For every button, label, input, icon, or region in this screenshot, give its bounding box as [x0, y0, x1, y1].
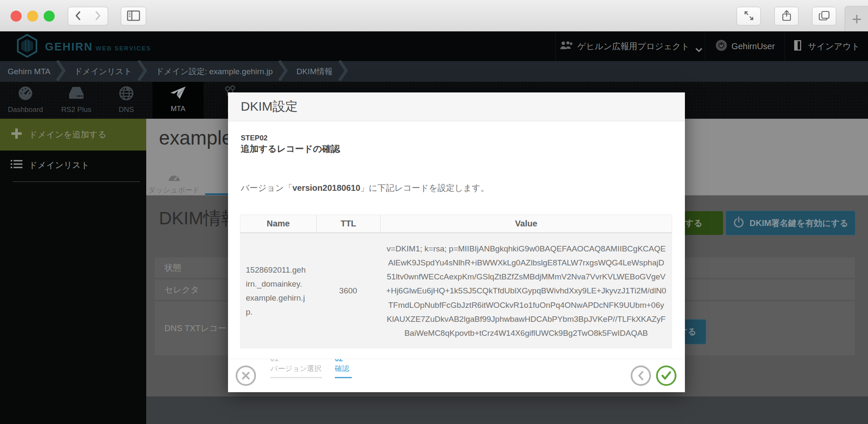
- record-ttl-cell: 3600: [316, 233, 380, 349]
- breadcrumb-item[interactable]: ドメインリスト: [67, 66, 137, 77]
- column-header-ttl: TTL: [317, 215, 381, 232]
- sidebar-panel-icon: [127, 10, 140, 22]
- nav-label: Dashboard: [8, 106, 43, 114]
- hexagon-logo-icon: [16, 33, 38, 60]
- signout-door-icon: [793, 40, 804, 53]
- sidebar-item-add-domain[interactable]: ドメインを追加する: [0, 119, 146, 151]
- breadcrumb: Gehirn MTA ドメインリスト ドメイン設定: example.gehir…: [0, 61, 868, 82]
- nav-item-dashboard[interactable]: Dashboard: [0, 85, 51, 114]
- gauge-icon: [168, 173, 181, 184]
- breadcrumb-item[interactable]: Gehirn MTA: [0, 67, 56, 76]
- share-icon: [782, 10, 792, 23]
- fullscreen-button[interactable]: [737, 7, 761, 25]
- column-header-name: Name: [240, 215, 317, 232]
- breadcrumb-chevron-icon: [278, 60, 289, 83]
- row-label: セレクタ: [164, 284, 199, 296]
- user-badge-icon: [715, 39, 727, 53]
- server-icon: [68, 85, 85, 103]
- row-label: DNS TXTレコード: [164, 323, 235, 334]
- new-tab-button[interactable]: +: [845, 6, 868, 32]
- nav-label: MTA: [171, 105, 186, 113]
- nav-item-mta[interactable]: MTA: [153, 85, 203, 113]
- user-menu[interactable]: GehirnUser: [705, 31, 785, 61]
- fullscreen-arrows-icon: [743, 10, 754, 22]
- brand-name: GEHIRN: [45, 40, 93, 53]
- domain-heading: example: [159, 126, 233, 149]
- record-table-row: 1528692011.gehirn._domainkey.example.geh…: [240, 233, 672, 349]
- chevron-down-icon: [696, 45, 701, 48]
- step-kicker: STEP02: [241, 134, 267, 142]
- modal-title: DKIM設定: [241, 98, 298, 115]
- paper-plane-icon: [170, 85, 186, 103]
- brand-logo[interactable]: GEHIRN WEB SERVICES: [16, 33, 151, 60]
- sidebar-item-label: ドメインを追加する: [29, 129, 106, 140]
- breadcrumb-item-current[interactable]: DKIM情報: [289, 66, 338, 77]
- dkim-settings-modal: DKIM設定 STEP02 追加するレコードの確認 バージョン「version2…: [228, 92, 685, 392]
- wizard-step-2[interactable]: 02 確認: [335, 359, 352, 378]
- list-icon: [10, 159, 23, 171]
- modal-confirm-button[interactable]: [656, 365, 676, 386]
- sidebar-divider: [13, 181, 140, 182]
- modal-close-button[interactable]: [236, 365, 256, 386]
- browser-forward-button[interactable]: [88, 7, 108, 25]
- browser-back-button[interactable]: [68, 7, 88, 25]
- share-button[interactable]: [774, 7, 798, 25]
- breadcrumb-chevron-icon: [338, 60, 349, 83]
- record-name-cell: 1528692011.gehirn._domainkey.example.geh…: [240, 233, 316, 349]
- overlapping-windows-icon: [818, 10, 830, 22]
- step-heading: 追加するレコードの確認: [241, 143, 340, 155]
- record-table: Name TTL Value 1528692011.gehirn._domain…: [240, 215, 672, 349]
- enable-dkim-button[interactable]: DKIM署名鍵を有効にする: [726, 211, 855, 235]
- plus-icon: [11, 128, 22, 141]
- modal-description: バージョン「version20180610」に下記レコードを設定します。: [241, 182, 489, 194]
- plus-icon: +: [852, 10, 862, 29]
- tab-dashboard[interactable]: ダッシュボード: [148, 173, 200, 195]
- tab-overview-button[interactable]: [812, 7, 836, 25]
- sidebar-item-label: ドメインリスト: [29, 159, 89, 171]
- signout-button[interactable]: サインアウト: [785, 31, 868, 61]
- chevron-left-icon: [637, 371, 645, 381]
- sidebar-item-domain-list[interactable]: ドメインリスト: [0, 151, 146, 179]
- screen: + GEHIRN WEB SERVICES: [0, 0, 868, 424]
- row-label: 状態: [164, 262, 181, 273]
- close-icon: [241, 371, 250, 380]
- wizard-step-1[interactable]: 01 バージョン選択: [270, 359, 322, 378]
- breadcrumb-chevron-icon: [56, 60, 67, 83]
- version-name: version20180610: [292, 183, 360, 192]
- chevron-left-icon: [75, 11, 81, 22]
- window-minimize-button[interactable]: [27, 11, 38, 22]
- browser-chrome: +: [0, 0, 868, 32]
- modal-footer: 01 バージョン選択 02 確認: [228, 359, 685, 392]
- page-bottom-band: [146, 396, 868, 424]
- people-icon: [559, 41, 573, 52]
- nav-label: RS2 Plus: [61, 106, 92, 114]
- breadcrumb-item[interactable]: ドメイン設定: example.gehirn.jp: [148, 66, 278, 77]
- window-zoom-button[interactable]: [44, 11, 55, 22]
- wizard-steps: 01 バージョン選択 02 確認: [270, 359, 352, 378]
- nav-item-dns[interactable]: DNS: [101, 85, 152, 114]
- modal-back-button[interactable]: [631, 365, 651, 386]
- nav-item-rs2plus[interactable]: RS2 Plus: [51, 85, 102, 114]
- nav-label: DNS: [119, 106, 134, 114]
- brand-subtitle: WEB SERVICES: [96, 45, 151, 52]
- gauge-icon: [17, 85, 33, 103]
- modal-header: DKIM設定: [228, 92, 685, 121]
- record-value-cell: v=DKIM1; k=rsa; p=MIIBIjANBgkqhkiG9w0BAQ…: [380, 233, 672, 349]
- user-name: GehirnUser: [732, 42, 775, 51]
- power-icon: [733, 216, 745, 230]
- project-name: ゲヒルン広報用プロジェクト: [577, 41, 690, 52]
- project-selector[interactable]: ゲヒルン広報用プロジェクト: [555, 31, 705, 61]
- chevron-right-icon: [95, 11, 101, 22]
- signout-label: サインアウト: [808, 41, 860, 52]
- tab-label: ダッシュボード: [148, 185, 200, 195]
- column-header-value: Value: [381, 215, 672, 232]
- breadcrumb-chevron-icon: [137, 60, 148, 83]
- globe-icon: [118, 85, 134, 103]
- section-title: DKIM情報: [159, 206, 239, 230]
- sidebar-toggle-button[interactable]: [121, 7, 146, 25]
- check-icon: [661, 371, 672, 380]
- app-header: GEHIRN WEB SERVICES ゲヒルン広報用プロジェクト: [0, 31, 868, 61]
- sidebar: ドメインを追加する ドメインリスト: [0, 119, 146, 424]
- window-close-button[interactable]: [11, 11, 22, 22]
- record-table-header: Name TTL Value: [240, 215, 672, 233]
